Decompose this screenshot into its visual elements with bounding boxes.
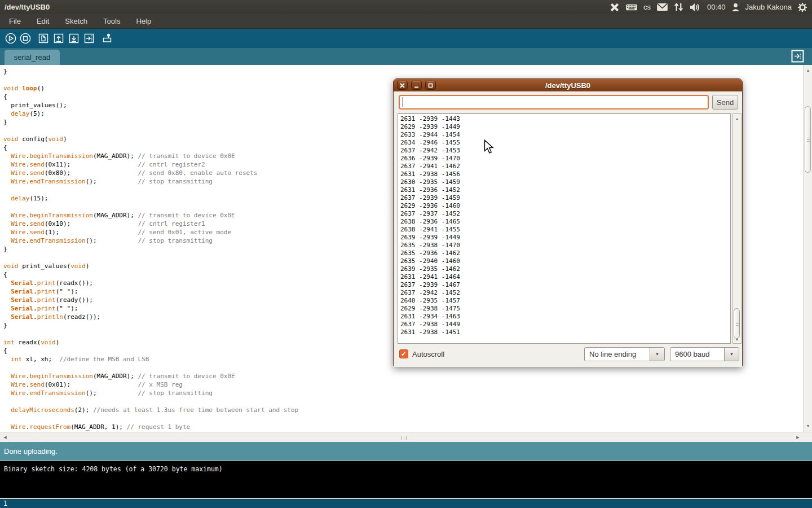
serial-line: 2631 -2938 -1456 — [400, 170, 730, 178]
mail-icon[interactable] — [656, 3, 668, 11]
top-panel: /dev/ttyUSB0 cs 00:40 Jakub Kakona — [0, 0, 812, 14]
serial-line: 2629 -2938 -1475 — [400, 305, 730, 313]
serial-scrollbar[interactable]: ▲ ▼ — [732, 113, 742, 344]
open-sketch-button[interactable] — [52, 32, 65, 45]
user-icon — [731, 3, 740, 12]
user-name[interactable]: Jakub Kakona — [745, 3, 792, 11]
serial-line: 2638 -2936 -1465 — [400, 218, 730, 226]
serial-output-area[interactable]: 2631 -2939 -14432629 -2939 -14492633 -29… — [398, 113, 731, 344]
serial-send-input[interactable] — [399, 95, 709, 110]
serial-monitor-button[interactable] — [101, 32, 113, 45]
toolbar — [0, 29, 812, 48]
volume-icon[interactable] — [689, 2, 701, 12]
code-line: } — [3, 67, 803, 76]
status-message: Done uploading. — [4, 447, 58, 456]
serial-line: 2629 -2939 -1449 — [400, 123, 730, 131]
serial-line: 2637 -2942 -1453 — [400, 147, 730, 155]
baud-rate-value: 9600 baud — [670, 348, 724, 361]
new-sketch-button[interactable] — [37, 32, 50, 45]
power-gear-icon[interactable] — [797, 2, 807, 12]
serial-line: 2637 -2941 -1462 — [400, 163, 730, 170]
keyboard-layout-indicator[interactable]: cs — [643, 3, 651, 11]
scroll-up-arrow[interactable]: ▲ — [804, 66, 812, 74]
serial-line: 2640 -2935 -1457 — [400, 297, 730, 305]
serial-line: 2635 -2936 -1462 — [400, 249, 730, 257]
clock[interactable]: 00:40 — [707, 3, 726, 11]
code-line — [3, 414, 803, 423]
serial-line: 2631 -2938 -1451 — [400, 329, 730, 336]
serial-line: 2635 -2938 -1470 — [400, 242, 730, 249]
serial-line: 2639 -2935 -1462 — [400, 265, 730, 273]
menu-item-tools[interactable]: Tools — [95, 15, 128, 28]
serial-window-body: Send 2631 -2939 -14432629 -2939 -1449263… — [394, 91, 742, 367]
code-line: Wire.send(0x01); // x MSB reg — [3, 380, 803, 389]
serial-line: 2633 -2944 -1454 — [400, 131, 730, 139]
maximize-icon[interactable] — [425, 81, 436, 90]
menu-item-sketch[interactable]: Sketch — [57, 15, 95, 28]
verify-button[interactable] — [5, 32, 17, 45]
code-line: delayMicroseconds(2); //needs at least 1… — [3, 406, 803, 414]
editor-scrollbar-thumb[interactable] — [805, 106, 811, 173]
scroll-right-arrow[interactable]: ▶ — [794, 432, 802, 443]
serial-line: 2630 -2935 -1459 — [400, 178, 730, 186]
autoscroll-checkbox[interactable]: ✓ — [399, 349, 408, 358]
serial-scrollbar-thumb[interactable] — [734, 308, 740, 339]
scroll-down-arrow[interactable]: ▼ — [733, 335, 741, 343]
save-sketch-button[interactable] — [68, 32, 80, 45]
pinwheel-icon[interactable] — [610, 2, 620, 12]
scroll-left-arrow[interactable]: ◀ — [1, 432, 9, 443]
tab-label: serial_read — [14, 53, 50, 62]
menu-item-help[interactable]: Help — [128, 15, 159, 28]
serial-line: 2637 -2937 -1452 — [400, 210, 730, 218]
minimize-icon[interactable] — [411, 81, 422, 90]
serial-line: 2629 -2936 -1460 — [400, 202, 730, 210]
upload-button[interactable] — [83, 32, 95, 45]
serial-window-title: /dev/ttyUSB0 — [394, 81, 742, 90]
serial-line: 2637 -2942 -1452 — [400, 289, 730, 297]
updown-arrows-icon[interactable] — [674, 2, 683, 12]
serial-monitor-window: /dev/ttyUSB0 Send 2631 -2939 -14432629 -… — [393, 78, 743, 367]
line-number-bar: 1 — [0, 498, 812, 508]
serial-window-titlebar[interactable]: /dev/ttyUSB0 — [394, 79, 742, 91]
close-icon[interactable] — [397, 81, 408, 90]
status-bar: Done uploading. — [0, 442, 812, 461]
serial-line: 2636 -2939 -1470 — [400, 155, 730, 163]
tab-menu-button[interactable] — [791, 50, 804, 63]
serial-line: 2637 -2939 -1467 — [400, 281, 730, 289]
serial-line: 2631 -2941 -1464 — [400, 273, 730, 281]
code-line — [3, 397, 803, 406]
send-button[interactable]: Send — [712, 95, 738, 110]
serial-line: 2637 -2938 -1449 — [400, 321, 730, 329]
menu-item-edit[interactable]: Edit — [29, 15, 57, 28]
chevron-down-icon[interactable]: ▼ — [650, 348, 664, 361]
autoscroll-label: Autoscroll — [412, 350, 444, 358]
code-line: Wire.beginTransmission(MAG_ADDR); // tra… — [3, 372, 803, 380]
menu-item-file[interactable]: File — [1, 15, 29, 28]
menubar: FileEditSketchToolsHelp — [0, 14, 812, 29]
serial-line: 2637 -2939 -1459 — [400, 194, 730, 202]
line-ending-dropdown[interactable]: No line ending ▼ — [584, 347, 665, 361]
mouse-cursor — [483, 139, 495, 156]
stop-button[interactable] — [19, 32, 32, 45]
scroll-up-arrow[interactable]: ▲ — [733, 115, 741, 122]
chevron-down-icon[interactable]: ▼ — [724, 348, 739, 361]
console-message: Binary sketch size: 4208 bytes (of a 307… — [4, 465, 812, 473]
tab-serial-read[interactable]: serial_read — [5, 50, 60, 65]
code-line: Wire.endTransmission(); // stop transmit… — [3, 389, 803, 397]
system-tray: cs 00:40 Jakub Kakona — [610, 2, 812, 12]
editor-vertical-scrollbar[interactable]: ▲ ▼ — [803, 65, 812, 432]
keyboard-icon[interactable] — [625, 3, 638, 12]
serial-line: 2634 -2946 -1455 — [400, 139, 730, 147]
editor-horizontal-scrollbar[interactable]: ◀ ▶ — [0, 432, 812, 442]
tab-bar: serial_read — [0, 48, 812, 65]
scroll-down-arrow[interactable]: ▼ — [804, 422, 812, 430]
serial-line: 2631 -2934 -1463 — [400, 313, 730, 321]
baud-rate-dropdown[interactable]: 9600 baud ▼ — [670, 347, 739, 361]
code-line: Wire.requestFrom(MAG_ADDR, 1); // reques… — [3, 423, 803, 431]
serial-line: 2631 -2936 -1452 — [400, 186, 730, 194]
console-output: Binary sketch size: 4208 bytes (of a 307… — [0, 461, 812, 498]
window-title: /dev/ttyUSB0 — [5, 3, 50, 11]
serial-line: 2631 -2939 -1443 — [400, 115, 730, 123]
text-caret — [403, 97, 403, 107]
serial-line: 2638 -2941 -1455 — [400, 226, 730, 234]
